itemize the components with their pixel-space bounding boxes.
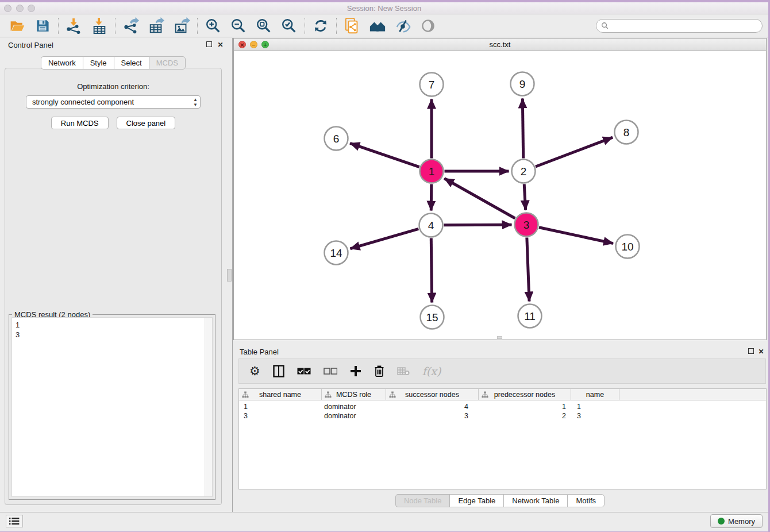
select-all-checkboxes-icon[interactable] bbox=[297, 364, 311, 379]
network-graph-svg: 7968124314101511 bbox=[234, 51, 766, 340]
float-table-panel-icon[interactable] bbox=[747, 348, 754, 356]
export-image-icon[interactable] bbox=[173, 17, 190, 34]
splitter-grip[interactable] bbox=[227, 269, 232, 282]
zoom-selected-icon[interactable] bbox=[280, 17, 298, 34]
show-columns-icon[interactable] bbox=[273, 364, 284, 379]
table-panel: Table Panel ✕ ⚙ f(x) shared name bbox=[233, 345, 767, 512]
list-icon bbox=[9, 517, 20, 525]
add-column-icon[interactable] bbox=[350, 364, 361, 379]
graph-node-label-14: 14 bbox=[330, 247, 342, 259]
graph-node-label-11: 11 bbox=[524, 310, 536, 322]
search-field[interactable] bbox=[596, 19, 763, 33]
network-window-title: scc.txt bbox=[234, 40, 766, 49]
tab-select[interactable]: Select bbox=[114, 56, 149, 70]
open-file-icon[interactable] bbox=[9, 17, 26, 34]
graph-edge-4-14[interactable] bbox=[350, 229, 418, 249]
node-table-header: shared name MCDS role successor nodes pr… bbox=[239, 389, 766, 400]
graph-edge-2-3[interactable] bbox=[524, 184, 525, 210]
control-panel-title: Control Panel bbox=[8, 41, 53, 49]
graph-edge-2-9[interactable] bbox=[522, 98, 523, 158]
search-input[interactable] bbox=[609, 21, 762, 31]
optimization-criterion-select[interactable]: strongly connected component ▲▼ bbox=[26, 95, 201, 109]
network-view-window: ✕ − + scc.txt 7968124314101511 bbox=[233, 38, 767, 340]
close-table-panel-icon[interactable]: ✕ bbox=[757, 348, 765, 356]
table-toolbar: ⚙ f(x) bbox=[238, 358, 766, 384]
status-bar: Memory bbox=[0, 512, 768, 529]
hide-selected-icon[interactable] bbox=[394, 17, 411, 34]
network-resize-grip[interactable] bbox=[497, 336, 502, 339]
column-header-shared-name[interactable]: shared name bbox=[239, 389, 322, 400]
panel-splitter-horizontal[interactable] bbox=[233, 340, 768, 345]
import-network-icon[interactable] bbox=[66, 17, 83, 34]
toolbar-separator bbox=[115, 18, 116, 34]
tab-node-table[interactable]: Node Table bbox=[395, 494, 450, 507]
graph-edge-4-3[interactable] bbox=[444, 225, 511, 225]
node-table: shared name MCDS role successor nodes pr… bbox=[238, 388, 767, 489]
import-table-icon[interactable] bbox=[91, 17, 108, 34]
graph-node-label-15: 15 bbox=[426, 311, 438, 323]
delete-table-icon[interactable] bbox=[397, 364, 410, 379]
hierarchy-icon bbox=[389, 391, 396, 398]
network-window-titlebar[interactable]: ✕ − + scc.txt bbox=[234, 38, 766, 51]
table-options-gear-icon[interactable]: ⚙ bbox=[249, 364, 260, 379]
tab-style[interactable]: Style bbox=[83, 56, 114, 70]
mcds-result-list[interactable]: 1 3 bbox=[11, 317, 213, 497]
graph-node-label-1: 1 bbox=[429, 165, 435, 178]
mcds-panel-body: Optimization criterion: strongly connect… bbox=[5, 68, 222, 505]
close-panel-button[interactable]: Close panel bbox=[117, 117, 176, 129]
hierarchy-icon bbox=[325, 391, 332, 398]
home-layout-icon[interactable] bbox=[369, 17, 386, 34]
show-all-icon[interactable] bbox=[419, 17, 437, 34]
select-arrows-icon: ▲▼ bbox=[193, 97, 198, 107]
close-panel-icon[interactable]: ✕ bbox=[217, 41, 224, 49]
graph-edge-3-10[interactable] bbox=[539, 228, 613, 244]
save-session-icon[interactable] bbox=[34, 17, 51, 34]
mcds-result-item: 1 bbox=[16, 320, 212, 330]
tab-edge-table[interactable]: Edge Table bbox=[449, 494, 503, 507]
network-from-file-icon[interactable] bbox=[344, 17, 361, 34]
graph-edge-4-15[interactable] bbox=[431, 238, 432, 302]
hierarchy-icon bbox=[482, 391, 488, 398]
graph-node-label-6: 6 bbox=[333, 133, 340, 145]
memory-button[interactable]: Memory bbox=[710, 514, 763, 528]
app-titlebar: Session: New Session bbox=[0, 2, 768, 14]
refresh-icon[interactable] bbox=[312, 17, 329, 34]
table-panel-title: Table Panel bbox=[240, 348, 279, 356]
delete-column-icon[interactable] bbox=[374, 364, 384, 379]
tab-network-table[interactable]: Network Table bbox=[503, 494, 567, 507]
export-network-icon[interactable] bbox=[122, 17, 140, 34]
graph-node-label-2: 2 bbox=[521, 165, 527, 178]
column-header-name[interactable]: name bbox=[571, 389, 619, 400]
zoom-fit-icon[interactable] bbox=[255, 17, 272, 34]
result-scrollbar[interactable] bbox=[205, 318, 212, 496]
zoom-in-icon[interactable] bbox=[205, 17, 222, 34]
tab-mcds[interactable]: MCDS bbox=[149, 56, 186, 70]
mcds-result-item: 3 bbox=[16, 330, 212, 340]
control-panel: Control Panel ✕ Network Style Select MCD… bbox=[0, 38, 226, 512]
column-header-predecessor-nodes[interactable]: predecessor nodes bbox=[479, 389, 571, 400]
hierarchy-icon bbox=[242, 391, 249, 398]
graph-edge-3-11[interactable] bbox=[527, 237, 529, 301]
export-table-icon[interactable] bbox=[148, 17, 165, 34]
app-title: Session: New Session bbox=[0, 4, 768, 13]
table-row[interactable]: 3 dominator 3 2 3 bbox=[239, 411, 766, 421]
toolbar-separator bbox=[197, 18, 198, 34]
network-canvas[interactable]: 7968124314101511 bbox=[234, 51, 766, 340]
column-header-mcds-role[interactable]: MCDS role bbox=[322, 389, 386, 400]
column-header-successor-nodes[interactable]: successor nodes bbox=[386, 389, 479, 400]
graph-edge-1-6[interactable] bbox=[350, 143, 419, 167]
graph-edge-2-8[interactable] bbox=[536, 137, 613, 167]
table-row[interactable]: 1 dominator 4 1 1 bbox=[239, 402, 766, 411]
toolbar-separator bbox=[305, 18, 305, 34]
table-tabs: Node Table Edge Table Network Table Moti… bbox=[233, 494, 767, 507]
run-mcds-button[interactable]: Run MCDS bbox=[51, 117, 109, 129]
tab-motifs[interactable]: Motifs bbox=[567, 494, 605, 507]
panel-splitter-vertical[interactable] bbox=[226, 38, 233, 512]
function-builder-icon[interactable]: f(x) bbox=[422, 364, 441, 379]
graph-edge-3-1[interactable] bbox=[444, 179, 515, 218]
zoom-out-icon[interactable] bbox=[230, 17, 247, 34]
tab-network[interactable]: Network bbox=[41, 56, 83, 70]
float-panel-icon[interactable] bbox=[205, 41, 213, 49]
task-history-button[interactable] bbox=[6, 515, 23, 527]
unselect-all-checkboxes-icon[interactable] bbox=[324, 364, 337, 379]
